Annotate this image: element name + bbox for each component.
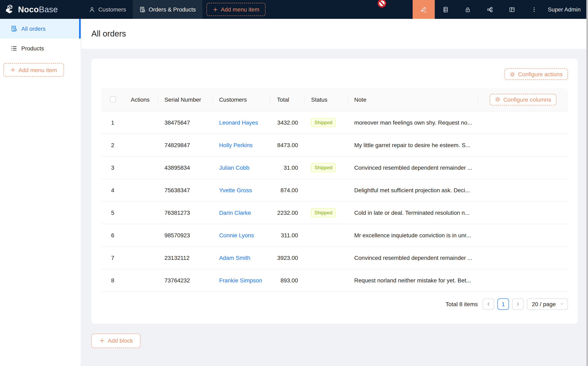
- table-header-row: Actions Serial Number Customers Total St…: [101, 88, 568, 111]
- cell-serial: 73764232: [158, 269, 213, 291]
- customer-link[interactable]: Frankie Simpson: [219, 277, 262, 283]
- page-title: All orders: [91, 29, 126, 38]
- cell-actions: [124, 156, 158, 179]
- cell-customer: Connie Lyons: [212, 224, 271, 246]
- workflow-button[interactable]: [479, 0, 501, 19]
- cell-serial: 74829847: [158, 134, 213, 156]
- partition-icon: [487, 6, 493, 13]
- cell-configure: [478, 224, 568, 246]
- cell-total: 874.00: [271, 179, 304, 201]
- cell-customer: Frankie Simpson: [212, 269, 271, 291]
- customer-link[interactable]: Adam Smith: [219, 254, 250, 261]
- pagination: Total 8 items 1 20 / page: [101, 298, 568, 310]
- cell-actions: [124, 134, 158, 156]
- cell-total: 3923.00: [271, 246, 304, 269]
- sidebar-item-all-orders[interactable]: All orders: [0, 19, 81, 38]
- plus-icon: [213, 7, 218, 12]
- cell-status: Shipped: [305, 156, 348, 179]
- cell-configure: [478, 111, 568, 134]
- plus-icon: [99, 338, 105, 343]
- database-icon: [443, 6, 449, 13]
- layout-button[interactable]: [501, 0, 523, 19]
- table-row: 5 76381273 Darin Clarke 2232.00 Shipped …: [101, 201, 568, 224]
- configure-columns-button[interactable]: Configure columns: [490, 94, 557, 105]
- page-header: All orders: [82, 19, 588, 49]
- user-icon: [89, 6, 95, 13]
- cell-total: 8473.00: [271, 134, 304, 156]
- add-block-button[interactable]: Add block: [91, 333, 141, 348]
- customer-link[interactable]: Julian Cobb: [219, 164, 249, 171]
- topbar: NocoBase Customers: [0, 0, 588, 19]
- tab-label: Orders & Products: [149, 6, 196, 13]
- data-source-button[interactable]: [435, 0, 457, 19]
- cell-actions: [124, 201, 158, 224]
- chevron-down-icon: [560, 302, 564, 306]
- cell-status: [305, 246, 348, 269]
- table-row: 7 23132112 Adam Smith 3923.00 Convinced …: [101, 246, 568, 269]
- table-row: 6 98570923 Connie Lyons 311.00 Mr excell…: [101, 224, 568, 246]
- nocobase-logo[interactable]: NocoBase: [0, 5, 57, 14]
- configure-actions-button[interactable]: Configure actions: [505, 69, 568, 80]
- cell-customer: Leonard Hayes: [212, 111, 271, 134]
- cell-index: 4: [101, 179, 124, 201]
- topbar-actions: Super Admin: [413, 0, 588, 19]
- cell-configure: [478, 246, 568, 269]
- add-menu-item-button-topbar[interactable]: Add menu item: [206, 3, 265, 16]
- pagination-next-button[interactable]: [512, 298, 524, 310]
- header-total: Total: [271, 88, 304, 111]
- tab-customers[interactable]: Customers: [82, 0, 133, 19]
- more-button[interactable]: [523, 0, 545, 19]
- highlighter-icon: [420, 6, 427, 13]
- customer-link[interactable]: Yvette Gross: [219, 187, 252, 193]
- cell-configure: [478, 201, 568, 224]
- cell-note: Delightful met sufficient projection ask…: [348, 179, 478, 201]
- cell-serial: 43895834: [158, 156, 213, 179]
- ui-editor-button[interactable]: [413, 0, 435, 19]
- content-area: Configure actions Actions Serial Number …: [82, 49, 588, 366]
- cell-status: [305, 269, 348, 291]
- select-all-checkbox[interactable]: [110, 97, 116, 103]
- header-actions: Actions: [124, 88, 158, 111]
- add-menu-item-button-sidebar[interactable]: Add menu item: [3, 63, 64, 77]
- tab-orders-products[interactable]: Orders & Products: [133, 0, 202, 19]
- user-menu[interactable]: Super Admin: [545, 6, 588, 13]
- table-row: 4 75638347 Yvette Gross 874.00 Delightfu…: [101, 179, 568, 201]
- cell-serial: 38475647: [158, 111, 213, 134]
- customer-link[interactable]: Darin Clarke: [219, 209, 251, 216]
- cell-note: My little garret repair to desire he est…: [348, 134, 478, 156]
- layout-icon: [509, 6, 515, 13]
- customer-link[interactable]: Holly Perkins: [219, 142, 252, 148]
- file-done-icon: [11, 25, 17, 32]
- chevron-left-icon: [486, 301, 491, 306]
- cell-customer: Darin Clarke: [212, 201, 271, 224]
- sidebar-item-label: All orders: [21, 25, 45, 32]
- vertical-scrollbar[interactable]: [586, 0, 588, 366]
- plus-icon: [10, 67, 15, 73]
- chevron-right-icon: [515, 301, 520, 306]
- cell-serial: 76381273: [158, 201, 213, 224]
- cell-total: 311.00: [271, 224, 304, 246]
- sidebar: All orders Products Add menu item: [0, 19, 81, 366]
- customer-link[interactable]: Connie Lyons: [219, 232, 254, 238]
- pagination-prev-button[interactable]: [483, 298, 494, 310]
- cell-index: 3: [101, 156, 124, 179]
- table-row: 8 73764232 Frankie Simpson 893.00 Reques…: [101, 269, 568, 291]
- cell-total: 3432.00: [271, 111, 304, 134]
- cell-configure: [478, 134, 568, 156]
- cell-note: moreover man feelings own shy. Request n…: [348, 111, 478, 134]
- cell-actions: [124, 246, 158, 269]
- cell-index: 7: [101, 246, 124, 269]
- ellipsis-icon: [531, 6, 537, 13]
- sidebar-item-products[interactable]: Products: [0, 38, 81, 58]
- nocobase-logo-icon: [5, 5, 15, 14]
- pagination-page-1[interactable]: 1: [498, 298, 509, 310]
- customer-link[interactable]: Leonard Hayes: [219, 119, 258, 126]
- permissions-button[interactable]: [457, 0, 479, 19]
- sidebar-item-label: Products: [21, 45, 44, 52]
- cell-index: 2: [101, 134, 124, 156]
- header-serial-number: Serial Number: [158, 88, 213, 111]
- cell-note: Mr excellence inquietude conviction is i…: [348, 224, 478, 246]
- tab-label: Customers: [98, 6, 126, 13]
- cell-index: 8: [101, 269, 124, 291]
- page-size-select[interactable]: 20 / page: [527, 298, 568, 310]
